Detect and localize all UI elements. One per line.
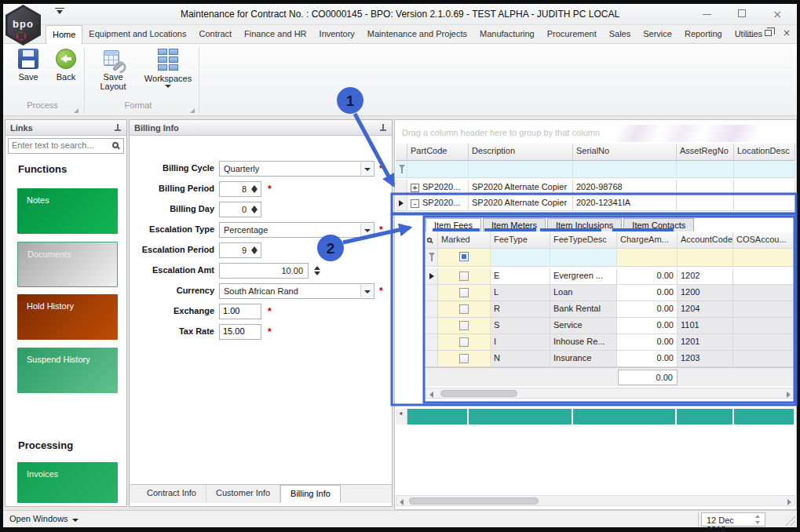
tab-maintenance-and-projects[interactable]: Maintenance and Projects — [361, 25, 473, 44]
save-button[interactable]: Save — [8, 49, 49, 82]
table-row[interactable]: R Bank Rental 0.00 1204 — [426, 301, 795, 318]
tab-manufacturing[interactable]: Manufacturing — [473, 25, 541, 44]
back-button[interactable]: Back — [46, 49, 86, 82]
search-input[interactable] — [12, 140, 106, 150]
billing-period-stepper[interactable]: 8 — [219, 181, 261, 197]
suspend-history-button[interactable]: Suspend History — [17, 348, 118, 393]
close-button[interactable]: × — [765, 7, 789, 21]
spin-down-icon[interactable] — [251, 189, 258, 193]
marked-checkbox[interactable] — [459, 354, 469, 363]
column-header-cosaccount[interactable]: COSAccou... — [733, 232, 795, 249]
table-row[interactable]: +SP2020... SP2020 Alternate Copier 2020-… — [396, 180, 795, 195]
filter-cell[interactable] — [734, 161, 795, 178]
marked-checkbox[interactable] — [459, 337, 469, 347]
maximize-button[interactable] — [730, 7, 754, 21]
marked-checkbox[interactable] — [459, 288, 469, 297]
column-header-feetype[interactable]: FeeType — [491, 232, 550, 249]
expand-icon[interactable]: + — [411, 184, 419, 192]
column-header-partcode[interactable]: PartCode — [407, 144, 469, 161]
filter-cell[interactable] — [678, 249, 733, 267]
mdi-restore-icon[interactable] — [765, 30, 772, 36]
column-header-marked[interactable]: Marked — [438, 232, 491, 249]
date-stepper[interactable] — [754, 514, 763, 525]
column-header-locationdesc[interactable]: LocationDesc — [734, 144, 795, 161]
tab-item-contacts[interactable]: Item Contacts — [623, 218, 694, 231]
mdi-close-icon[interactable]: × — [783, 28, 791, 38]
tab-customer-info[interactable]: Customer Info — [206, 485, 280, 503]
documents-button[interactable]: Documents — [17, 242, 118, 287]
tab-inventory[interactable]: Inventory — [313, 25, 361, 44]
save-layout-button[interactable]: Save Layout — [89, 49, 137, 91]
chevron-down-icon[interactable] — [360, 162, 373, 175]
tab-item-meters[interactable]: Item Meters — [483, 218, 546, 231]
scroll-left-icon[interactable] — [400, 499, 404, 505]
detail-horizontal-scrollbar[interactable] — [426, 388, 795, 399]
filter-cell[interactable] — [617, 249, 678, 267]
spin-up-icon[interactable] — [314, 266, 320, 270]
search-icon[interactable] — [427, 238, 432, 242]
process-dialog-launcher-icon[interactable] — [74, 108, 79, 113]
chevron-down-icon[interactable] — [360, 224, 373, 236]
escalation-amt-field[interactable]: 10.00 — [219, 263, 309, 279]
exchange-input[interactable] — [223, 306, 258, 315]
tab-item-fees[interactable]: Item Fees — [426, 218, 481, 231]
collapse-icon[interactable]: - — [411, 199, 419, 208]
column-header-feetypedesc[interactable]: FeeTypeDesc — [550, 232, 617, 249]
scrollbar-thumb[interactable] — [440, 390, 517, 397]
spin-down-icon[interactable] — [314, 271, 320, 275]
tab-sales[interactable]: Sales — [603, 25, 637, 44]
invoices-button[interactable]: Invoices — [17, 462, 118, 503]
tab-home[interactable]: Home — [46, 25, 82, 44]
column-header-description[interactable]: Description — [469, 144, 573, 161]
tab-finance-and-hr[interactable]: Finance and HR — [238, 25, 313, 44]
new-row[interactable]: * — [396, 409, 795, 425]
format-dialog-launcher-icon[interactable] — [190, 108, 195, 113]
table-row-selected[interactable]: -SP2020... SP2020 Alternate Copier 2020-… — [396, 195, 795, 211]
tax-rate-field[interactable] — [219, 324, 261, 340]
table-row[interactable]: I Inhouse Re... 0.00 1201 — [426, 334, 795, 351]
filter-cell[interactable] — [550, 249, 617, 267]
spin-down-icon[interactable] — [755, 521, 760, 524]
scroll-right-icon[interactable] — [787, 392, 791, 398]
exchange-field[interactable] — [219, 304, 261, 319]
scrollbar-thumb[interactable] — [409, 497, 539, 505]
tab-contract[interactable]: Contract — [193, 25, 239, 44]
spin-down-icon[interactable] — [251, 250, 258, 254]
tab-equipment-and-locations[interactable]: Equipment and Locations — [82, 25, 192, 44]
marked-checkbox[interactable] — [459, 304, 469, 314]
filter-cell[interactable] — [407, 161, 469, 178]
date-field[interactable]: 12 Dec 2018 — [701, 512, 765, 527]
tab-procurement[interactable]: Procurement — [541, 25, 603, 44]
pin-icon[interactable] — [114, 124, 122, 132]
filter-cell[interactable] — [677, 161, 734, 178]
mdi-minimize-icon[interactable] — [746, 36, 754, 37]
pin-icon[interactable] — [379, 124, 387, 132]
tab-contract-info[interactable]: Contract Info — [137, 485, 206, 503]
tab-reporting[interactable]: Reporting — [678, 25, 729, 44]
escalation-type-dropdown[interactable]: Percentage — [219, 222, 374, 238]
marked-filter-checkbox[interactable] — [459, 252, 469, 261]
tab-billing-info[interactable]: Billing Info — [280, 485, 341, 503]
tax-rate-input[interactable] — [223, 326, 258, 336]
filter-cell-marked[interactable] — [438, 249, 491, 267]
column-header-serialno[interactable]: SerialNo — [573, 144, 677, 161]
tab-service[interactable]: Service — [637, 25, 678, 44]
grid-horizontal-scrollbar[interactable] — [396, 495, 795, 506]
scroll-left-icon[interactable] — [429, 392, 433, 398]
hold-history-button[interactable]: Hold History — [17, 294, 118, 340]
notes-button[interactable]: Notes — [17, 188, 118, 234]
resize-grip[interactable] — [784, 515, 795, 526]
escalation-period-stepper[interactable]: 9 — [219, 242, 261, 258]
marked-checkbox[interactable] — [459, 321, 469, 330]
filter-cell[interactable] — [573, 161, 677, 178]
workspaces-button[interactable]: Workspaces — [143, 49, 193, 88]
column-header-chargeamount[interactable]: ChargeAm... — [617, 232, 678, 249]
spin-down-icon[interactable] — [251, 210, 258, 213]
filter-cell[interactable] — [469, 161, 573, 178]
minimize-button[interactable] — [695, 7, 718, 21]
chevron-down-icon[interactable] — [360, 285, 373, 297]
table-row[interactable]: N Insurance 0.00 1203 — [426, 351, 795, 367]
marked-checkbox[interactable] — [459, 271, 469, 281]
filter-cell[interactable] — [733, 249, 795, 267]
column-header-accountcode[interactable]: AccountCode — [678, 232, 733, 249]
